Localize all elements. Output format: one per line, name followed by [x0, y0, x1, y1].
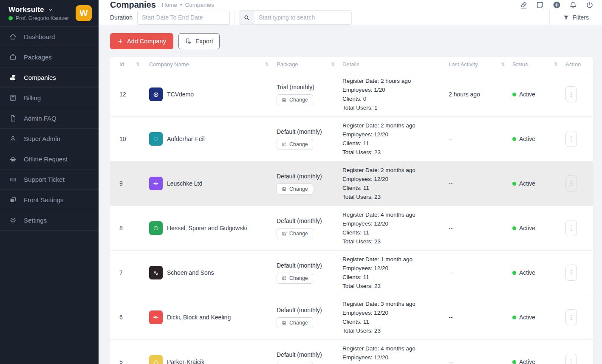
search-input[interactable]	[254, 11, 351, 24]
sort-icon[interactable]: ⇅	[265, 62, 269, 67]
sort-icon[interactable]: ⇅	[136, 62, 140, 67]
row-actions-button[interactable]: ⋮	[565, 220, 577, 236]
row-actions-button[interactable]: ⋮	[565, 265, 577, 281]
status-badge: Active	[512, 180, 565, 187]
app-logo[interactable]: W	[76, 5, 92, 21]
sidebar-item-label: Settings	[24, 217, 47, 224]
change-package-button[interactable]: Change	[277, 139, 313, 150]
edit-icon	[282, 97, 287, 102]
status-badge: Active	[512, 225, 565, 231]
clear-cache-icon[interactable]	[519, 0, 528, 10]
row-actions-button[interactable]: ⋮	[565, 86, 577, 102]
sidebar-item-label: Offline Request	[24, 155, 68, 163]
package-name: Default (monthly)	[277, 217, 322, 224]
row-actions-button[interactable]: ⋮	[565, 175, 577, 192]
status-badge: Active	[512, 135, 565, 142]
building-icon	[8, 73, 17, 82]
row-actions-button[interactable]: ⋮	[565, 309, 577, 325]
change-package-button[interactable]: Change	[277, 273, 313, 284]
sidebar-item-dashboard[interactable]: Dashboard	[0, 27, 99, 47]
table-row: 6 ✒ Dicki, Block and Keeling Default (mo…	[110, 295, 593, 340]
home-icon	[8, 33, 17, 41]
change-package-button[interactable]: Change	[277, 183, 313, 195]
breadcrumb-current: Companies	[185, 2, 214, 8]
sidebar-item-settings[interactable]: Settings	[0, 210, 99, 231]
col-header-details: Details	[342, 61, 449, 68]
sidebar-item-support-ticket[interactable]: Support Ticket	[0, 169, 99, 190]
divider	[234, 10, 235, 25]
filters-button[interactable]: Filters	[550, 10, 602, 25]
last-activity: --	[449, 180, 512, 187]
incognito-icon	[8, 155, 17, 163]
company-id: 12	[110, 91, 149, 98]
company-id: 9	[110, 180, 149, 187]
table-row: 9 ✒ Leuschke Ltd Default (monthly) Chang…	[110, 161, 593, 206]
col-header-last-activity[interactable]: Last Activity⇅	[449, 61, 512, 68]
company-logo: ☺	[149, 221, 163, 235]
search-box	[239, 10, 352, 25]
company-id: 10	[110, 135, 149, 142]
sidebar-item-billing[interactable]: Billing	[0, 88, 99, 108]
sidebar-item-front-settings[interactable]: Front Settings	[0, 190, 99, 210]
kebab-icon: ⋮	[568, 90, 574, 98]
topbar: Companies Home • Companies	[99, 0, 602, 10]
filter-bar: Duration Filters	[99, 10, 602, 25]
row-actions-button[interactable]: ⋮	[565, 354, 577, 364]
breadcrumb: Home • Companies	[162, 2, 214, 8]
power-icon[interactable]	[585, 0, 594, 10]
change-package-button[interactable]: Change	[277, 94, 313, 105]
col-header-package[interactable]: Package⇅	[277, 61, 342, 68]
company-name: Schoen and Sons	[167, 269, 214, 276]
table-row: 8 ☺ Hessel, Sporer and Gulgowski Default…	[110, 206, 593, 251]
company-logo: ✒	[149, 310, 163, 324]
plus-icon	[117, 38, 123, 44]
workspace-block: Worksuite Prof. Gregorio Kautzer	[8, 6, 69, 21]
add-company-button[interactable]: Add Company	[110, 33, 173, 49]
company-details: Register Date: 4 months agoEmployees: 12…	[342, 206, 449, 250]
sidebar-item-label: Front Settings	[24, 196, 63, 203]
circle-pattern-icon: ⊛	[153, 90, 158, 99]
filters-label: Filters	[573, 14, 589, 21]
note-icon[interactable]	[535, 0, 545, 10]
package-name: Default (monthly)	[277, 351, 322, 358]
company-name: TCVdemo	[167, 91, 194, 98]
table-row: 5 ◇ Parker-Krajcik Default (monthly) Cha…	[110, 340, 593, 364]
change-package-button[interactable]: Change	[277, 317, 313, 328]
sidebar-item-companies[interactable]: Companies	[0, 68, 99, 88]
sort-icon[interactable]: ⇅	[331, 62, 335, 67]
online-status-dot	[8, 16, 13, 20]
sort-icon[interactable]: ⇅	[554, 62, 558, 67]
change-package-button[interactable]: Change	[277, 362, 313, 364]
company-id: 6	[110, 314, 149, 321]
add-icon[interactable]	[552, 0, 561, 10]
edit-icon	[282, 142, 287, 147]
sidebar-item-packages[interactable]: Packages	[0, 47, 99, 68]
change-package-button[interactable]: Change	[277, 228, 313, 239]
export-button[interactable]: Export	[178, 33, 220, 49]
sidebar-item-super-admin[interactable]: Super Admin	[0, 129, 99, 149]
table-header: Id⇅ Company Name⇅ Package⇅ Details Last …	[110, 57, 593, 72]
company-details: Register Date: 2 months agoEmployees: 12…	[342, 117, 449, 161]
workspace-name: Worksuite	[8, 6, 44, 14]
sidebar-item-admin-faq[interactable]: Admin FAQ	[0, 108, 99, 129]
sort-icon[interactable]: ⇅	[501, 62, 505, 67]
workspace-switcher[interactable]: Worksuite	[8, 6, 69, 14]
topbar-icons	[519, 0, 594, 10]
bell-icon[interactable]	[568, 0, 578, 10]
duration-input[interactable]	[137, 11, 230, 25]
kebab-icon: ⋮	[568, 269, 574, 277]
pen-nib-icon: ✒	[153, 313, 158, 322]
col-header-status[interactable]: Status⇅	[512, 61, 565, 68]
breadcrumb-home[interactable]: Home	[162, 2, 177, 8]
status-dot	[512, 360, 516, 364]
sidebar-item-offline-request[interactable]: Offline Request	[0, 149, 99, 169]
export-icon	[185, 38, 192, 45]
row-actions-button[interactable]: ⋮	[565, 131, 577, 147]
funnel-icon	[563, 14, 569, 21]
status-dot	[512, 226, 516, 230]
company-name: Aufderhar-Feil	[167, 135, 205, 142]
company-logo: ∿	[149, 266, 163, 279]
col-header-id[interactable]: Id⇅	[110, 61, 149, 68]
col-header-company-name[interactable]: Company Name⇅	[149, 61, 277, 68]
action-buttons: Add Company Export	[110, 33, 602, 49]
